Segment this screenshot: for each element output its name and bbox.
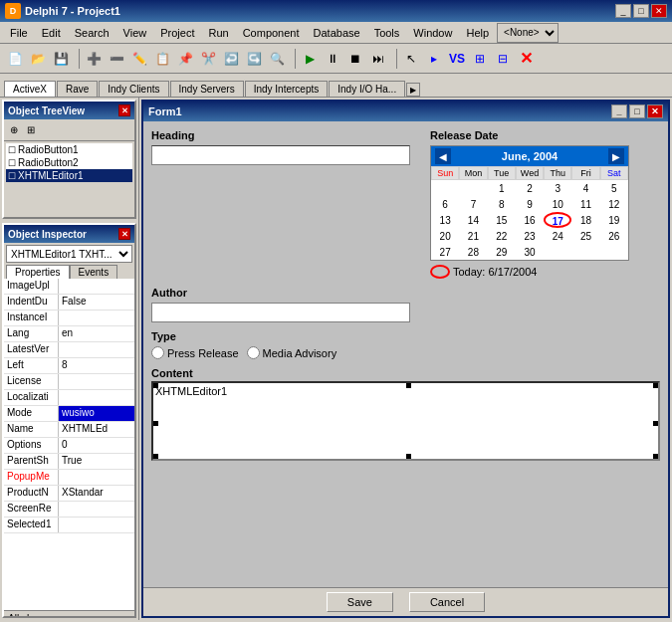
calendar-day-14[interactable]: 14 bbox=[459, 212, 487, 228]
prop-val-imageupl[interactable] bbox=[59, 279, 134, 294]
calendar-day-30[interactable]: 30 bbox=[516, 244, 544, 260]
calendar-day-23[interactable]: 23 bbox=[516, 228, 544, 244]
form1-minimize[interactable]: _ bbox=[611, 104, 627, 118]
prop-val-localizati[interactable] bbox=[59, 390, 134, 405]
content-editor[interactable]: XHTMLEditor1 bbox=[151, 381, 660, 461]
resize-handle-br[interactable] bbox=[653, 454, 658, 459]
calendar-day-12[interactable]: 12 bbox=[600, 196, 628, 212]
calendar-day-26[interactable]: 26 bbox=[600, 228, 628, 244]
open-button[interactable]: 📂 bbox=[27, 48, 49, 70]
undo-button[interactable]: ↩️ bbox=[220, 48, 242, 70]
menu-database[interactable]: Database bbox=[308, 25, 366, 41]
save-button[interactable]: Save bbox=[327, 592, 393, 612]
remove-button[interactable]: ➖ bbox=[106, 48, 127, 70]
prop-val-screenre[interactable] bbox=[59, 502, 134, 517]
treeview-icon2[interactable]: ⊞ bbox=[23, 121, 39, 137]
radio-press-release[interactable] bbox=[151, 346, 164, 359]
close-button[interactable]: ✕ bbox=[651, 4, 667, 18]
resize-handle-tl[interactable] bbox=[153, 383, 158, 388]
resize-handle-bl[interactable] bbox=[153, 454, 158, 459]
resize-handle-tm[interactable] bbox=[406, 383, 411, 388]
tab-scroll-right[interactable]: ▶ bbox=[406, 83, 420, 97]
calendar-prev-button[interactable]: ◀ bbox=[435, 148, 451, 164]
tab-indy-servers[interactable]: Indy Servers bbox=[170, 81, 244, 97]
stop-button[interactable]: ⏹ bbox=[344, 48, 366, 70]
calendar-day-27[interactable]: 27 bbox=[431, 244, 459, 260]
calendar-day-10[interactable]: 10 bbox=[544, 196, 571, 212]
calendar-day-5[interactable]: 5 bbox=[600, 180, 628, 196]
new-button[interactable]: 📄 bbox=[4, 48, 26, 70]
copy-button[interactable]: 📋 bbox=[151, 48, 173, 70]
form1-close[interactable]: ✕ bbox=[647, 104, 663, 118]
prop-val-latestver[interactable] bbox=[59, 342, 134, 357]
maximize-button[interactable]: □ bbox=[633, 4, 649, 18]
treeview-item-radiobutton1[interactable]: ☐ RadioButton1 bbox=[6, 143, 132, 156]
calendar-day-25[interactable]: 25 bbox=[571, 228, 599, 244]
calendar-day-3[interactable]: 3 bbox=[544, 180, 571, 196]
prop-val-license[interactable] bbox=[59, 374, 134, 389]
calendar-day-6[interactable]: 6 bbox=[431, 196, 459, 212]
tab-indy-intercepts[interactable]: Indy Intercepts bbox=[245, 81, 329, 97]
minimize-button[interactable]: _ bbox=[615, 4, 631, 18]
prop-val-name[interactable]: XHTMLEd bbox=[59, 422, 134, 437]
cut-button[interactable]: ✂️ bbox=[197, 48, 219, 70]
calendar-day-22[interactable]: 22 bbox=[488, 228, 516, 244]
inspector-tab-events[interactable]: Events bbox=[70, 265, 118, 279]
calendar-day-15[interactable]: 15 bbox=[488, 212, 516, 228]
run-button[interactable]: ▶ bbox=[299, 48, 321, 70]
treeview-icon1[interactable]: ⊕ bbox=[6, 121, 22, 137]
debug3-button[interactable]: ⊞ bbox=[469, 48, 491, 70]
calendar-next-button[interactable]: ▶ bbox=[608, 148, 624, 164]
resize-handle-tr[interactable] bbox=[653, 383, 658, 388]
cursor-tool[interactable]: ↖ bbox=[400, 48, 422, 70]
calendar-day-28[interactable]: 28 bbox=[459, 244, 487, 260]
calendar-day-17[interactable]: 17 bbox=[544, 212, 571, 228]
author-input[interactable] bbox=[151, 303, 410, 322]
tab-rave[interactable]: Rave bbox=[57, 81, 98, 97]
inspector-tab-properties[interactable]: Properties bbox=[6, 265, 70, 279]
calendar-day-16[interactable]: 16 bbox=[516, 212, 544, 228]
menu-search[interactable]: Search bbox=[69, 25, 115, 41]
edit-button[interactable]: ✏️ bbox=[128, 48, 150, 70]
treeview-item-xhtmleditor1[interactable]: ☐ XHTMLEditor1 bbox=[6, 169, 132, 182]
find-button[interactable]: 🔍 bbox=[266, 48, 288, 70]
menu-project[interactable]: Project bbox=[154, 25, 200, 41]
calendar-day-1[interactable]: 1 bbox=[488, 180, 516, 196]
calendar-day-24[interactable]: 24 bbox=[544, 228, 571, 244]
calendar-day-4[interactable]: 4 bbox=[571, 180, 599, 196]
tab-activex[interactable]: ActiveX bbox=[4, 81, 56, 97]
treeview-close-button[interactable]: ✕ bbox=[118, 104, 130, 116]
treeview-item-radiobutton2[interactable]: ☐ RadioButton2 bbox=[6, 156, 132, 169]
cancel-button[interactable]: Cancel bbox=[409, 592, 485, 612]
calendar-day-29[interactable]: 29 bbox=[488, 244, 516, 260]
menu-view[interactable]: View bbox=[117, 25, 153, 41]
prop-val-left[interactable]: 8 bbox=[59, 358, 134, 373]
radio-media-advisory[interactable] bbox=[247, 346, 260, 359]
debug2-button[interactable]: VS bbox=[446, 48, 468, 70]
resize-handle-mr[interactable] bbox=[653, 421, 658, 426]
tab-indy-clients[interactable]: Indy Clients bbox=[99, 81, 168, 97]
calendar-day-18[interactable]: 18 bbox=[571, 212, 599, 228]
calendar-day-20[interactable]: 20 bbox=[431, 228, 459, 244]
resize-handle-ml[interactable] bbox=[153, 421, 158, 426]
debug1-button[interactable]: ▸ bbox=[423, 48, 445, 70]
menu-edit[interactable]: Edit bbox=[36, 25, 67, 41]
tab-indy-io[interactable]: Indy I/O Ha... bbox=[329, 81, 405, 97]
inspector-object-dropdown[interactable]: XHTMLEditor1 TXHT... bbox=[6, 245, 132, 263]
prop-val-instancei[interactable] bbox=[59, 311, 134, 325]
save-toolbar-button[interactable]: 💾 bbox=[50, 48, 72, 70]
form1-maximize[interactable]: □ bbox=[629, 104, 645, 118]
calendar-day-9[interactable]: 9 bbox=[516, 196, 544, 212]
menu-file[interactable]: File bbox=[4, 25, 34, 41]
prop-val-selected1[interactable] bbox=[59, 518, 134, 532]
calendar-day-13[interactable]: 13 bbox=[431, 212, 459, 228]
prop-val-mode[interactable]: wusiwo bbox=[59, 406, 134, 421]
inspector-close-button[interactable]: ✕ bbox=[118, 228, 130, 240]
pause-button[interactable]: ⏸ bbox=[322, 48, 343, 70]
prop-val-indentdu[interactable]: False bbox=[59, 295, 134, 310]
menu-run[interactable]: Run bbox=[202, 25, 234, 41]
menu-help[interactable]: Help bbox=[460, 25, 495, 41]
calendar-day-19[interactable]: 19 bbox=[600, 212, 628, 228]
heading-input[interactable] bbox=[151, 145, 410, 165]
prop-val-popupme[interactable] bbox=[59, 470, 134, 485]
